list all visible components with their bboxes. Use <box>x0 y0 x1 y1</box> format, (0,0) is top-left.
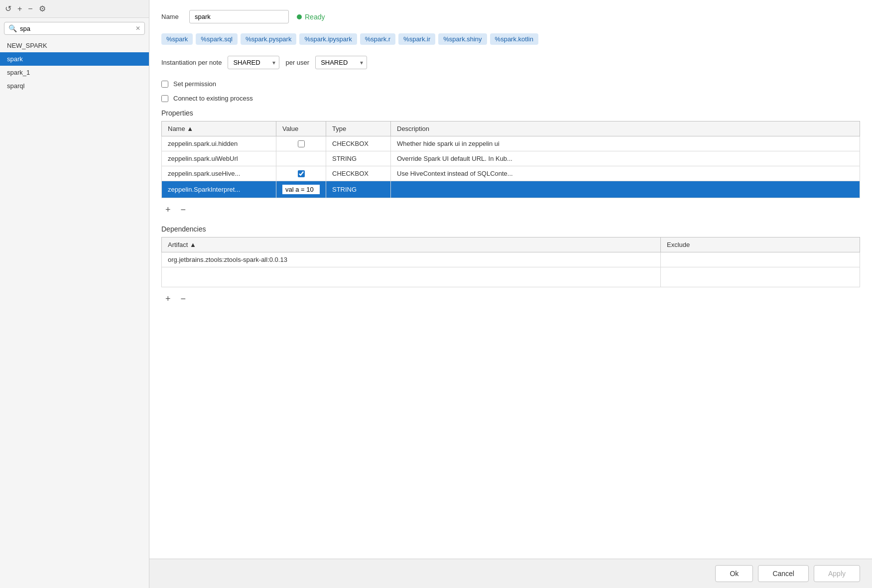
bottom-bar: Ok Cancel Apply <box>149 559 872 588</box>
prop-name: zeppelin.spark.useHive... <box>162 166 276 181</box>
name-input[interactable] <box>189 10 289 23</box>
properties-header-row: Name ▲ Value Type Description <box>162 121 860 136</box>
table-row-selected[interactable]: zeppelin.SparkInterpret... STRING <box>162 181 860 198</box>
prop-name: zeppelin.spark.ui.hidden <box>162 136 276 151</box>
sidebar-item-new-spark[interactable]: NEW_SPARK <box>0 39 149 52</box>
prop-type: CHECKBOX <box>326 136 391 151</box>
prop-checkbox-usehive[interactable] <box>298 170 305 177</box>
properties-table: Name ▲ Value Type Description zeppelin.s… <box>161 121 860 198</box>
sidebar-item-spark-1[interactable]: spark_1 <box>0 66 149 79</box>
prop-value-input[interactable] <box>282 185 320 194</box>
sidebar-list: NEW_SPARKsparkspark_1sparql <box>0 39 149 588</box>
table-row: org.jetbrains.ztools:ztools-spark-all:0.… <box>162 252 860 267</box>
prop-type-selected: STRING <box>326 181 391 198</box>
search-clear-icon[interactable]: ✕ <box>135 25 140 32</box>
tags-row: %spark%spark.sql%spark.pyspark%spark.ipy… <box>161 33 860 45</box>
dependencies-table: Artifact ▲ Exclude org.jetbrains.ztools:… <box>161 237 860 287</box>
instantiation-label: Instantiation per note <box>161 59 222 66</box>
search-icon: 🔍 <box>8 24 17 32</box>
name-row: Name Ready <box>161 10 860 23</box>
tag-sparkshiny: %spark.shiny <box>438 33 487 45</box>
properties-remove-button[interactable]: − <box>179 205 188 214</box>
per-user-select-wrapper: SHARED SCOPED ISOLATED <box>315 56 367 69</box>
prop-value-checkbox <box>276 166 326 181</box>
artifact-sort-icon: ▲ <box>190 241 196 248</box>
dependencies-col-exclude: Exclude <box>661 237 860 252</box>
dependencies-col-artifact: Artifact ▲ <box>162 237 661 252</box>
dependencies-section-title: Dependencies <box>161 225 860 233</box>
properties-table-actions: + − <box>161 202 860 217</box>
properties-col-description: Description <box>391 121 860 136</box>
tag-sparkkotlin: %spark.kotlin <box>490 33 538 45</box>
search-input[interactable] <box>20 25 132 32</box>
prop-checkbox-hidden[interactable] <box>298 140 305 147</box>
set-permission-checkbox[interactable] <box>161 81 168 88</box>
apply-button[interactable]: Apply <box>814 565 860 582</box>
connect-existing-label: Connect to existing process <box>173 95 253 102</box>
tag-spark: %spark <box>161 33 193 45</box>
search-container: 🔍 ✕ <box>4 22 145 35</box>
properties-tbody: zeppelin.spark.ui.hidden CHECKBOX Whethe… <box>162 136 860 198</box>
set-permission-label: Set permission <box>173 80 216 88</box>
prop-description-selected <box>391 181 860 198</box>
dep-exclude <box>661 252 860 267</box>
name-label: Name <box>161 13 181 20</box>
dependencies-add-button[interactable]: + <box>163 294 173 303</box>
prop-value <box>276 151 326 166</box>
settings-icon[interactable]: ⚙ <box>39 4 46 13</box>
dep-empty-row <box>162 267 661 287</box>
status-text: Ready <box>305 13 325 21</box>
sidebar-item-sparql[interactable]: sparql <box>0 79 149 93</box>
table-row: zeppelin.spark.useHive... CHECKBOX Use H… <box>162 166 860 181</box>
dep-empty-row-2 <box>661 267 860 287</box>
per-note-select[interactable]: SHARED SCOPED ISOLATED <box>228 56 279 69</box>
status-dot <box>297 14 302 19</box>
per-user-select[interactable]: SHARED SCOPED ISOLATED <box>315 56 367 69</box>
refresh-icon[interactable]: ↺ <box>5 4 11 13</box>
prop-value-selected[interactable] <box>276 181 326 198</box>
prop-value-checkbox <box>276 136 326 151</box>
per-note-select-wrapper: SHARED SCOPED ISOLATED <box>228 56 279 69</box>
content-area: Name Ready %spark%spark.sql%spark.pyspar… <box>149 0 872 559</box>
sidebar-toolbar: ↺ + − ⚙ <box>0 0 149 18</box>
dependencies-remove-button[interactable]: − <box>179 294 188 303</box>
minus-icon[interactable]: − <box>28 4 32 13</box>
tag-sparkr: %spark.r <box>360 33 395 45</box>
table-row: zeppelin.spark.ui.hidden CHECKBOX Whethe… <box>162 136 860 151</box>
ok-button[interactable]: Ok <box>715 565 753 582</box>
prop-type: STRING <box>326 151 391 166</box>
per-user-label: per user <box>285 59 309 66</box>
table-row-empty <box>162 267 860 287</box>
prop-name: zeppelin.spark.uiWebUrl <box>162 151 276 166</box>
dependencies-header-row: Artifact ▲ Exclude <box>162 237 860 252</box>
instantiation-row: Instantiation per note SHARED SCOPED ISO… <box>161 56 860 69</box>
properties-col-type: Type <box>326 121 391 136</box>
prop-description: Override Spark UI default URL. In Kub... <box>391 151 860 166</box>
name-sort-icon: ▲ <box>187 125 193 132</box>
properties-col-value: Value <box>276 121 326 136</box>
prop-name-selected: zeppelin.SparkInterpret... <box>162 181 276 198</box>
properties-col-name: Name ▲ <box>162 121 276 136</box>
dependencies-tbody: org.jetbrains.ztools:ztools-spark-all:0.… <box>162 252 860 287</box>
properties-add-button[interactable]: + <box>163 205 173 214</box>
sidebar-item-spark[interactable]: spark <box>0 52 149 66</box>
dep-artifact: org.jetbrains.ztools:ztools-spark-all:0.… <box>162 252 661 267</box>
prop-type: CHECKBOX <box>326 166 391 181</box>
connect-existing-checkbox[interactable] <box>161 95 168 102</box>
set-permission-row: Set permission <box>161 80 860 88</box>
tag-sparkir: %spark.ir <box>398 33 435 45</box>
properties-section-title: Properties <box>161 109 860 117</box>
prop-description: Whether hide spark ui in zeppelin ui <box>391 136 860 151</box>
tag-sparkpyspark: %spark.pyspark <box>241 33 296 45</box>
tag-sparksql: %spark.sql <box>196 33 238 45</box>
dependencies-table-actions: + − <box>161 291 860 306</box>
tag-sparkipyspark: %spark.ipyspark <box>299 33 357 45</box>
prop-description: Use HiveContext instead of SQLConte... <box>391 166 860 181</box>
status-indicator: Ready <box>297 13 325 21</box>
connect-existing-row: Connect to existing process <box>161 95 860 102</box>
main-content: Name Ready %spark%spark.sql%spark.pyspar… <box>149 0 872 588</box>
add-icon[interactable]: + <box>17 4 22 13</box>
sidebar: ↺ + − ⚙ 🔍 ✕ NEW_SPARKsparkspark_1sparql <box>0 0 149 588</box>
table-row: zeppelin.spark.uiWebUrl STRING Override … <box>162 151 860 166</box>
cancel-button[interactable]: Cancel <box>758 565 809 582</box>
